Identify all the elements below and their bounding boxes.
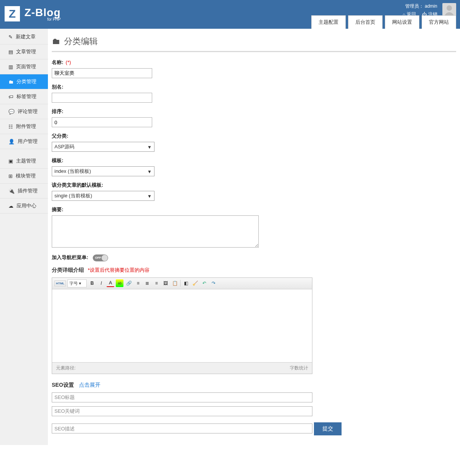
nav-label: 加入导航栏菜单: bbox=[52, 254, 88, 260]
name-input[interactable] bbox=[52, 68, 152, 78]
avatar[interactable] bbox=[442, 3, 456, 17]
alias-label: 别名: bbox=[52, 84, 456, 90]
italic-icon[interactable]: I bbox=[97, 279, 105, 287]
default-template-select[interactable]: single (当前模板) ▼ bbox=[52, 191, 154, 201]
seo-keywords-input[interactable] bbox=[52, 406, 312, 416]
sidebar-item-themes[interactable]: ▣主题管理 bbox=[0, 154, 48, 169]
sidebar-item-new-post[interactable]: ✎新建文章 bbox=[0, 30, 48, 44]
forecolor-icon[interactable]: A bbox=[107, 279, 114, 287]
seo-section-title: SEO设置 点击展开 bbox=[52, 382, 456, 389]
nav-toggle[interactable]: OFF bbox=[93, 254, 108, 261]
image-icon[interactable]: 🖼 bbox=[162, 279, 169, 287]
user-icon: 👤 bbox=[8, 139, 15, 144]
undo-icon[interactable]: ↶ bbox=[200, 279, 208, 287]
module-icon: ⊞ bbox=[8, 173, 13, 179]
name-label: 名称:(*) bbox=[52, 59, 456, 66]
alias-input[interactable] bbox=[52, 93, 152, 103]
order-label: 排序: bbox=[52, 108, 456, 115]
editor-wordcount: 字数统计 bbox=[290, 365, 308, 371]
header: Z Z-Blog for PHP 管理员： admin ⌂ 返回 ⏻ 注销 bbox=[0, 0, 460, 29]
comment-icon: 💬 bbox=[8, 109, 15, 115]
default-template-label: 该分类文章的默认模板: bbox=[52, 182, 456, 189]
seo-expand-link[interactable]: 点击展开 bbox=[79, 382, 100, 388]
sidebar-item-comments[interactable]: 💬评论管理 bbox=[0, 104, 48, 119]
seo-title-input[interactable] bbox=[52, 392, 312, 402]
align-right-icon[interactable]: ≡ bbox=[153, 279, 160, 287]
tab-site-settings[interactable]: 网站设置 bbox=[385, 15, 419, 29]
summary-textarea[interactable] bbox=[52, 215, 259, 248]
theme-icon: ▣ bbox=[8, 158, 13, 164]
folder-icon: 🖿 bbox=[8, 79, 13, 85]
content: 🖿 分类编辑 名称:(*) 别名: 排序: 父分类: ASP源码 ▼ 模板: i… bbox=[48, 29, 460, 445]
admin-label: 管理员： bbox=[405, 3, 424, 9]
sidebar-item-modules[interactable]: ⊞模块管理 bbox=[0, 169, 48, 184]
parent-select[interactable]: ASP源码 ▼ bbox=[52, 142, 154, 152]
sidebar-item-attachments[interactable]: ☷附件管理 bbox=[0, 119, 48, 134]
logo-text: Z-Blog for PHP bbox=[25, 7, 61, 21]
bold-icon[interactable]: B bbox=[88, 279, 96, 287]
order-input[interactable] bbox=[52, 117, 152, 127]
backcolor-icon[interactable]: ab bbox=[116, 279, 123, 287]
sidebar-item-users[interactable]: 👤用户管理 bbox=[0, 134, 48, 149]
edit-icon: ✎ bbox=[8, 34, 13, 40]
submit-button[interactable]: 提交 bbox=[314, 422, 342, 435]
sidebar-item-posts[interactable]: ▤文章管理 bbox=[0, 44, 48, 59]
redo-icon[interactable]: ↷ bbox=[210, 279, 217, 287]
page-icon: ▥ bbox=[8, 64, 13, 70]
summary-label: 摘要: bbox=[52, 206, 456, 213]
chevron-down-icon: ▼ bbox=[147, 194, 152, 199]
cloud-icon: ☁ bbox=[8, 203, 13, 209]
template-label: 模板: bbox=[52, 157, 456, 164]
folder-icon: 🖿 bbox=[52, 36, 60, 46]
clear-icon[interactable]: 🧹 bbox=[191, 279, 199, 287]
chevron-down-icon: ▼ bbox=[147, 144, 152, 150]
editor-toolbar: HTML 字号 ▾ B I A ab 🔗 ≡ ≣ ≡ 🖼 📋 ◧ 🧹 ↶ ↷ bbox=[52, 278, 312, 289]
tab-admin-home[interactable]: 后台首页 bbox=[348, 15, 383, 29]
eraser-icon[interactable]: ◧ bbox=[182, 279, 190, 287]
toggle-knob bbox=[102, 255, 108, 261]
attach-icon: ☷ bbox=[8, 124, 13, 130]
tab-theme-config[interactable]: 主题配置 bbox=[311, 15, 346, 29]
top-tabs: 主题配置 后台首页 网站设置 官方网站 bbox=[309, 15, 456, 29]
sidebar-item-appcenter[interactable]: ☁应用中心 bbox=[0, 199, 48, 213]
detail-section-title: 分类详细介绍 *设置后代替摘要位置的内容 bbox=[52, 267, 456, 274]
plugin-icon: 🔌 bbox=[8, 188, 15, 194]
align-center-icon[interactable]: ≣ bbox=[143, 279, 151, 287]
tab-official-site[interactable]: 官方网站 bbox=[422, 15, 456, 29]
logo-icon: Z bbox=[5, 6, 20, 21]
sidebar: ✎新建文章 ▤文章管理 ▥页面管理 🖿分类管理 🏷标签管理 💬评论管理 ☷附件管… bbox=[0, 29, 48, 445]
page-title: 🖿 分类编辑 bbox=[52, 33, 456, 52]
tag-icon: 🏷 bbox=[8, 94, 13, 100]
editor-fontsize-select[interactable]: 字号 ▾ bbox=[67, 279, 87, 287]
editor-html-button[interactable]: HTML bbox=[54, 281, 66, 286]
template-select[interactable]: index (当前模板) ▼ bbox=[52, 166, 154, 176]
editor-path: 元素路径: bbox=[56, 365, 76, 371]
sidebar-item-pages[interactable]: ▥页面管理 bbox=[0, 59, 48, 74]
rich-editor: HTML 字号 ▾ B I A ab 🔗 ≡ ≣ ≡ 🖼 📋 ◧ 🧹 ↶ ↷ bbox=[52, 277, 312, 374]
admin-name: admin bbox=[425, 3, 437, 9]
paste-icon[interactable]: 📋 bbox=[171, 279, 179, 287]
logo[interactable]: Z Z-Blog for PHP bbox=[5, 6, 61, 21]
sidebar-item-tags[interactable]: 🏷标签管理 bbox=[0, 89, 48, 104]
link-icon[interactable]: 🔗 bbox=[125, 279, 133, 287]
seo-desc-input[interactable] bbox=[52, 423, 312, 433]
align-left-icon[interactable]: ≡ bbox=[134, 279, 142, 287]
chevron-down-icon: ▼ bbox=[147, 169, 152, 174]
editor-body[interactable] bbox=[52, 289, 312, 362]
parent-label: 父分类: bbox=[52, 133, 456, 140]
sidebar-item-categories[interactable]: 🖿分类管理 bbox=[0, 74, 48, 89]
sidebar-item-plugins[interactable]: 🔌插件管理 bbox=[0, 184, 48, 199]
file-icon: ▤ bbox=[8, 49, 13, 55]
